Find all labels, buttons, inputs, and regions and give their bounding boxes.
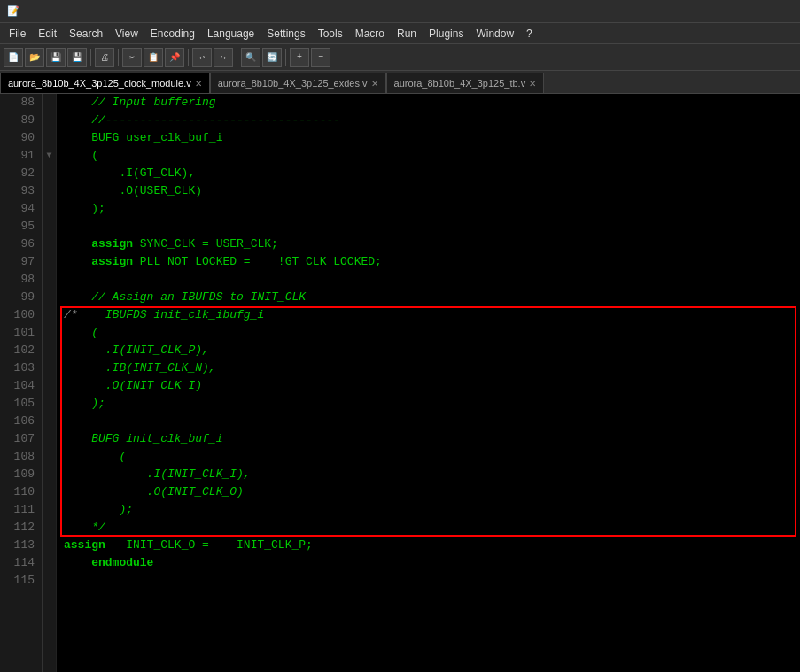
fold-marker-102 [43,342,56,359]
menu-item-tools[interactable]: Tools [313,26,348,42]
code-segment: IBUFDS init_clk_ibufg_i [78,306,265,324]
code-line-108: ( [64,448,793,466]
menu-item-file[interactable]: File [4,26,31,42]
menu-item-view[interactable]: View [110,26,144,42]
fold-marker-92 [43,165,56,182]
code-line-91: ( [64,147,793,165]
code-line-114: endmodule [64,554,793,572]
code-line-95 [64,218,793,236]
menu-item-edit[interactable]: Edit [33,26,62,42]
fold-marker-98 [43,271,56,289]
code-line-103: .IB(INIT_CLK_N), [64,359,793,377]
menu-item-language[interactable]: Language [202,26,260,42]
tab-close[interactable]: ✕ [371,79,378,89]
open-button[interactable]: 📂 [25,48,44,67]
code-segment: // Input buffering [64,94,216,112]
replace-button[interactable]: 🔄 [262,48,282,67]
line-num-107: 107 [7,430,35,448]
line-num-102: 102 [7,342,35,359]
code-segment: INIT_CLK_O = INIT_CLK_P; [105,537,313,554]
line-num-92: 92 [7,165,35,182]
code-line-89: //---------------------------------- [64,112,793,129]
line-num-109: 109 [7,466,35,483]
menu-item-run[interactable]: Run [392,26,422,42]
code-line-99: // Assign an IBUFDS to INIT_CLK [64,289,793,306]
code-segment: assign [64,537,105,554]
code-line-97: assign PLL_NOT_LOCKED = !GT_CLK_LOCKED; [64,253,793,271]
line-num-111: 111 [7,501,35,519]
code-line-96: assign SYNC_CLK = USER_CLK; [64,236,793,253]
line-num-93: 93 [7,182,35,200]
line-num-108: 108 [7,448,35,466]
menu-bar: FileEditSearchViewEncodingLanguageSettin… [0,23,800,44]
fold-marker-113 [43,537,56,554]
line-num-103: 103 [7,359,35,377]
fold-marker-90 [43,129,56,147]
save-all-button[interactable]: 💾 [67,48,87,67]
code-line-100: /* IBUFDS init_clk_ibufg_i [64,306,793,324]
zoom-out-button[interactable]: − [311,48,330,67]
fold-marker-109 [43,466,56,483]
code-line-102: .I(INIT_CLK_P), [64,342,793,359]
new-button[interactable]: 📄 [4,48,23,67]
code-segment: .I(GT_CLK), [64,165,195,182]
line-num-98: 98 [7,271,35,289]
save-button[interactable]: 💾 [46,48,66,67]
menu-item-window[interactable]: Window [470,26,519,42]
line-num-96: 96 [7,236,35,253]
copy-button[interactable]: 📋 [144,48,163,67]
fold-marker-103 [43,359,56,377]
code-line-90: BUFG user_clk_buf_i [64,129,793,147]
menu-item-macro[interactable]: Macro [350,26,390,42]
line-num-104: 104 [7,377,35,395]
code-line-105: ); [64,395,793,413]
code-area: 8889909192939495969798991001011021031041… [0,94,800,672]
code-line-92: .I(GT_CLK), [64,165,793,182]
tab-0[interactable]: aurora_8b10b_4X_3p125_clock_module.v✕ [0,73,210,93]
menu-item-plugins[interactable]: Plugins [423,26,469,42]
menu-item-encoding[interactable]: Encoding [145,26,200,42]
code-segment: endmodule [64,554,153,572]
line-num-105: 105 [7,395,35,413]
code-content[interactable]: // Input buffering //-------------------… [57,94,800,672]
code-segment: .O(INIT_CLK_I) [64,377,202,395]
line-num-99: 99 [7,289,35,306]
fold-marker-108 [43,448,56,466]
separator-5 [285,49,286,66]
app-icon: 📝 [7,5,19,17]
tab-bar: aurora_8b10b_4X_3p125_clock_module.v✕aur… [0,71,800,94]
menu-item-search[interactable]: Search [64,26,108,42]
tab-1[interactable]: aurora_8b10b_4X_3p125_exdes.v✕ [210,73,386,93]
fold-marker-94 [43,200,56,218]
fold-marker-93 [43,182,56,200]
print-button[interactable]: 🖨 [95,48,114,67]
line-num-106: 106 [7,413,35,430]
find-button[interactable]: 🔍 [241,48,260,67]
fold-gutter: ▼ [43,94,57,672]
menu-item-?[interactable]: ? [521,26,538,42]
line-num-113: 113 [7,537,35,554]
tab-close[interactable]: ✕ [195,79,202,89]
code-segment: /* [64,306,78,324]
code-line-110: .O(INIT_CLK_O) [64,483,793,501]
zoom-in-button[interactable]: + [290,48,309,67]
tab-label: aurora_8b10b_4X_3p125_exdes.v [218,78,368,89]
tab-close[interactable]: ✕ [529,79,536,89]
tab-2[interactable]: aurora_8b10b_4X_3p125_tb.v✕ [386,73,545,93]
code-segment: assign [64,253,133,271]
code-line-106 [64,413,793,430]
menu-item-settings[interactable]: Settings [261,26,310,42]
code-segment: SYNC_CLK = USER_CLK; [133,236,278,253]
paste-button[interactable]: 📌 [165,48,184,67]
code-segment: .I(INIT_CLK_P), [64,342,209,359]
undo-button[interactable]: ↩ [192,48,212,67]
line-num-90: 90 [7,129,35,147]
code-segment: ( [64,147,98,165]
cut-button[interactable]: ✂ [122,48,142,67]
fold-marker-106 [43,413,56,430]
fold-marker-91[interactable]: ▼ [43,147,56,165]
code-segment: ); [64,501,133,519]
code-segment: .O(INIT_CLK_O) [64,483,244,501]
redo-button[interactable]: ↪ [214,48,233,67]
code-line-111: ); [64,501,793,519]
